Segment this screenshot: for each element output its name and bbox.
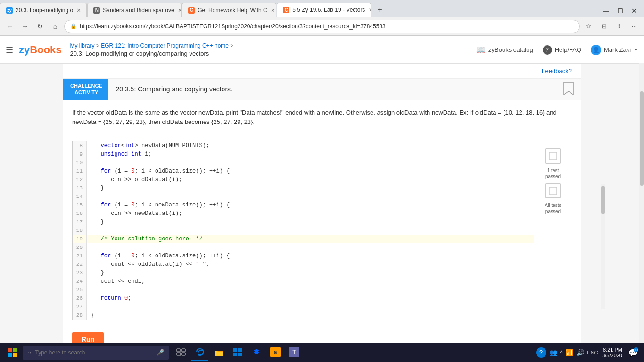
microphone-icon[interactable]: 🎤: [156, 349, 164, 356]
taskbar-right: ? 👥 ^ 📶 🔊 ENG 8:21 PM 3/5/2020 💬 19: [536, 346, 640, 360]
catalog-label: zyBooks catalog: [488, 46, 533, 53]
challenge-title: 20.3.5: Comparing and copying vectors.: [108, 82, 563, 97]
wifi-icon[interactable]: 📶: [565, 349, 573, 356]
share-button[interactable]: ⇪: [613, 20, 625, 33]
edge-taskbar-app[interactable]: [191, 344, 208, 361]
tab-bar: zy 20.3. Loop-modifying o × N Sanders an…: [0, 0, 644, 17]
svg-marker-0: [564, 82, 573, 95]
tab-1[interactable]: zy 20.3. Loop-modifying o ×: [0, 3, 87, 17]
notification-badge: 19: [634, 347, 638, 352]
tab-2-icon: N: [93, 7, 100, 14]
refresh-button[interactable]: ↻: [34, 20, 46, 33]
home-button[interactable]: ⌂: [49, 20, 61, 33]
hamburger-menu[interactable]: ☰: [6, 45, 13, 55]
tab-1-close[interactable]: ×: [77, 7, 81, 14]
amazon-taskbar-app[interactable]: a: [267, 344, 284, 361]
code-editor[interactable]: 8 vector<int> newData(NUM_POINTS); 9 uns…: [72, 141, 534, 320]
search-input[interactable]: [35, 349, 152, 356]
reader-view-button[interactable]: ⊟: [598, 20, 610, 33]
tab-3-label: Get Homework Help With C: [198, 7, 267, 14]
code-line-24: 24 cout << endl;: [73, 277, 534, 286]
code-line-16: 16 cin >> newData.at(i);: [73, 209, 534, 218]
code-line-8: 8 vector<int> newData(NUM_POINTS);: [73, 141, 534, 150]
notification-button[interactable]: 💬 19: [626, 346, 640, 360]
browser-actions: ☆ ⊟ ⇪ ···: [583, 20, 640, 33]
store-taskbar-app[interactable]: [229, 344, 246, 361]
forward-button[interactable]: →: [19, 20, 31, 33]
header-actions: 📖 zyBooks catalog ? Help/FAQ 👤 Mark Zaki…: [476, 45, 638, 55]
new-tab-button[interactable]: +: [372, 3, 388, 17]
challenge-label-line1: CHALLENGE: [70, 82, 102, 89]
task-view-button[interactable]: [173, 344, 190, 361]
tab-3-close[interactable]: ×: [271, 7, 275, 14]
code-line-17: 17 }: [73, 218, 534, 226]
code-line-11: 11 for (i = 0; i < oldData.size(); ++i) …: [73, 167, 534, 175]
breadcrumb: My library > EGR 121: Intro Computer Pro…: [70, 42, 477, 57]
help-desk-icon[interactable]: ?: [536, 347, 546, 358]
keyboard-icon[interactable]: ENG: [587, 350, 598, 355]
bookmark-icon[interactable]: [563, 82, 574, 97]
zybooks-header: ☰ zyBooks My library > EGR 121: Intro Co…: [0, 36, 644, 64]
teams-taskbar-app[interactable]: T: [286, 344, 303, 361]
feedback-link[interactable]: Feedback?: [542, 67, 572, 74]
test1-label: 1 test passed: [545, 167, 561, 180]
code-line-14: 14: [73, 192, 534, 201]
code-line-25: 25: [73, 286, 534, 294]
search-box[interactable]: ○ 🎤: [23, 346, 169, 360]
help-label: Help/FAQ: [555, 46, 581, 53]
user-avatar-icon: 👤: [591, 45, 601, 55]
clock[interactable]: 8:21 PM 3/5/2020: [602, 347, 622, 358]
course-link[interactable]: EGR 121: Intro Computer Programming C++ …: [101, 42, 229, 49]
page-scrollbar[interactable]: [639, 63, 644, 343]
code-editor-area: 8 vector<int> newData(NUM_POINTS); 9 uns…: [63, 135, 581, 326]
clock-time: 8:21 PM: [602, 347, 622, 353]
svg-rect-10: [182, 353, 185, 355]
restore-button[interactable]: ⧠: [614, 5, 626, 17]
catalog-button[interactable]: 📖 zyBooks catalog: [476, 45, 533, 54]
code-line-12: 12 cin >> oldData.at(i);: [73, 175, 534, 184]
show-hidden-icons[interactable]: ^: [560, 349, 563, 356]
tab-4[interactable]: C 5 5 Zy 19.6. Lab 19 - Vectors ×: [277, 3, 371, 17]
tab-3-icon: C: [188, 7, 195, 14]
user-name-label: Mark Zaki: [604, 46, 631, 53]
help-button[interactable]: ? Help/FAQ: [543, 45, 581, 55]
more-button[interactable]: ···: [628, 20, 640, 33]
speaker-icon[interactable]: 🔊: [576, 349, 584, 356]
svg-rect-12: [233, 348, 237, 352]
tab-3[interactable]: C Get Homework Help With C ×: [182, 3, 276, 17]
back-button[interactable]: ←: [4, 20, 16, 33]
url-bar[interactable]: 🔒 https://learn.zybooks.com/zybook/CALBA…: [64, 20, 580, 33]
close-button[interactable]: ✕: [628, 5, 640, 17]
search-circle-icon: ○: [27, 349, 31, 356]
people-icon[interactable]: 👥: [549, 349, 557, 356]
clock-date: 3/5/2020: [602, 353, 622, 358]
challenge-label: CHALLENGE ACTIVITY: [65, 79, 108, 100]
user-button[interactable]: 👤 Mark Zaki ▼: [591, 45, 638, 55]
svg-rect-15: [238, 353, 242, 356]
tab-4-close[interactable]: ×: [369, 7, 371, 13]
tab-2-close[interactable]: ×: [178, 7, 182, 14]
svg-rect-1: [549, 152, 557, 160]
dropbox-taskbar-app[interactable]: [248, 344, 265, 361]
svg-rect-3: [8, 348, 12, 352]
tab-4-label: 5 5 Zy 19.6. Lab 19 - Vectors: [292, 7, 365, 13]
challenge-label-line2: ACTIVITY: [70, 89, 102, 96]
svg-rect-14: [233, 353, 237, 356]
tab-2[interactable]: N Sanders and Biden spar ove ×: [87, 3, 182, 17]
scrollbar-thumb[interactable]: [640, 91, 644, 186]
library-link[interactable]: My library: [70, 42, 95, 49]
minimize-button[interactable]: —: [600, 5, 612, 17]
svg-rect-9: [177, 353, 181, 355]
code-line-10: 10: [73, 158, 534, 167]
code-line-19: 19 /* Your solution goes here */: [73, 235, 534, 243]
code-line-23: 23 }: [73, 269, 534, 277]
svg-marker-17: [254, 351, 259, 354]
tab-2-label: Sanders and Biden spar ove: [103, 7, 174, 14]
file-explorer-taskbar-app[interactable]: [210, 344, 227, 361]
run-button[interactable]: Run: [72, 332, 104, 344]
bookmark-button[interactable]: ☆: [583, 20, 595, 33]
code-line-27: 27: [73, 303, 534, 311]
challenge-activity-header: CHALLENGE ACTIVITY 20.3.5: Comparing and…: [63, 79, 581, 100]
start-button[interactable]: [4, 344, 21, 361]
description: If the vector oldData is the same as the…: [63, 100, 581, 136]
